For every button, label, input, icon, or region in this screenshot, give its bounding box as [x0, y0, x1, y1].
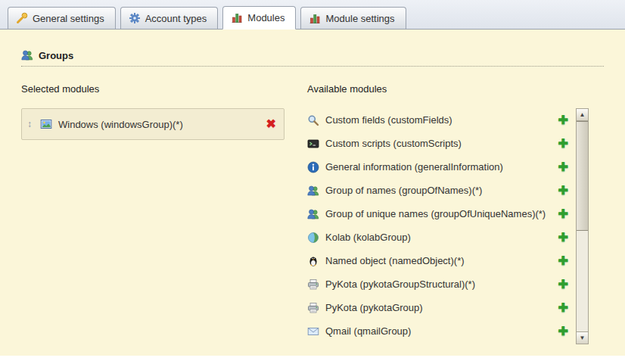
- add-module-button[interactable]: ✚: [558, 325, 568, 338]
- available-modules-label: Available modules: [307, 83, 589, 95]
- scroll-down-button[interactable]: ▼: [577, 331, 588, 344]
- tab-modules[interactable]: Modules: [222, 6, 296, 30]
- available-module-row: Kolab (kolabGroup) ✚: [307, 226, 576, 249]
- gear-icon: [129, 12, 141, 24]
- selected-module-row[interactable]: ↕ Windows (windowsGroup)(*) ✖: [22, 109, 284, 139]
- available-module-row: PyKota (pykotaGroup) ✚: [307, 296, 576, 319]
- image-icon: [40, 118, 52, 130]
- selected-module-label: Windows (windowsGroup)(*): [58, 119, 260, 130]
- available-module-row: Custom fields (customFields) ✚: [307, 108, 576, 132]
- add-module-button[interactable]: ✚: [558, 161, 568, 173]
- tab-module-settings[interactable]: Module settings: [300, 7, 406, 29]
- add-module-button[interactable]: ✚: [558, 278, 568, 291]
- remove-module-button[interactable]: ✖: [266, 118, 276, 130]
- add-module-button[interactable]: ✚: [558, 114, 568, 126]
- printer-icon: [307, 278, 319, 291]
- selected-modules-label: Selected modules: [21, 83, 285, 95]
- script-icon: [307, 138, 319, 150]
- section-title: Groups: [39, 50, 73, 61]
- scrollbar-track[interactable]: [577, 121, 588, 331]
- add-module-button[interactable]: ✚: [558, 208, 568, 220]
- available-module-row: Named object (namedObject)(*) ✚: [307, 249, 576, 272]
- available-module-row: Group of unique names (groupOfUniqueName…: [307, 202, 576, 226]
- scroll-up-button[interactable]: ▲: [577, 109, 588, 121]
- available-module-row: Group of names (groupOfNames)(*) ✚: [307, 179, 576, 202]
- drag-handle-icon[interactable]: ↕: [25, 119, 34, 129]
- add-module-button[interactable]: ✚: [558, 255, 568, 267]
- kolab-icon: [307, 232, 319, 244]
- info-icon: [307, 161, 319, 173]
- available-module-row: Qmail (qmailGroup) ✚: [307, 319, 576, 343]
- add-module-button[interactable]: ✚: [558, 138, 568, 150]
- available-module-label: Group of names (groupOfNames)(*): [325, 185, 552, 197]
- available-module-label: Kolab (kolabGroup): [325, 232, 552, 244]
- available-module-row: Custom scripts (customScripts) ✚: [307, 132, 576, 155]
- available-module-label: PyKota (pykotaGroup): [325, 302, 552, 314]
- group-icon: [307, 185, 319, 197]
- wrench-icon: [16, 12, 28, 24]
- tab-general-settings[interactable]: General settings: [8, 7, 116, 29]
- available-module-label: Group of unique names (groupOfUniqueName…: [325, 208, 552, 220]
- scrollbar[interactable]: ▲ ▼: [576, 108, 589, 344]
- available-module-label: Qmail (qmailGroup): [325, 325, 552, 338]
- printer-icon: [307, 302, 319, 314]
- tab-account-types[interactable]: Account types: [120, 7, 219, 29]
- selected-modules-list: ↕ Windows (windowsGroup)(*) ✖: [21, 108, 285, 140]
- content-area: Groups Selected modules ↕ Windows (windo…: [0, 30, 625, 356]
- available-module-label: Custom scripts (customScripts): [325, 138, 552, 150]
- tab-bar: General settings Account types Modules M…: [0, 0, 625, 30]
- available-module-label: Custom fields (customFields): [325, 114, 552, 126]
- available-modules-list: Custom fields (customFields) ✚ Custom sc…: [307, 108, 576, 344]
- penguin-icon: [307, 255, 319, 267]
- add-module-button[interactable]: ✚: [558, 232, 568, 244]
- available-module-row: General information (generalInformation)…: [307, 155, 576, 179]
- group-icon: [307, 208, 319, 220]
- groups-section-heading: Groups: [21, 49, 604, 67]
- add-module-button[interactable]: ✚: [558, 185, 568, 197]
- available-module-label: General information (generalInformation): [325, 161, 552, 173]
- lam-config-page: General settings Account types Modules M…: [0, 0, 625, 364]
- available-module-label: Named object (namedObject)(*): [325, 255, 552, 267]
- chart-icon: [231, 11, 243, 23]
- available-module-row: PyKota (pykotaGroupStructural)(*) ✚: [307, 272, 576, 296]
- chart-icon: [309, 12, 321, 24]
- scrollbar-thumb[interactable]: [577, 121, 588, 231]
- available-module-label: PyKota (pykotaGroupStructural)(*): [325, 278, 552, 291]
- groups-icon: [21, 49, 33, 61]
- mail-icon: [307, 325, 319, 338]
- add-module-button[interactable]: ✚: [558, 302, 568, 314]
- magnifier-icon: [307, 114, 319, 126]
